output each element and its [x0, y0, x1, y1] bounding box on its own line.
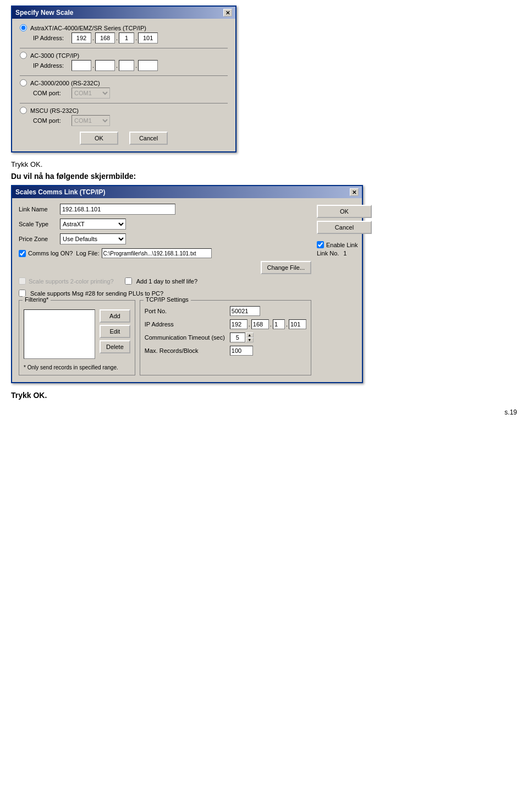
scale-2color-row: Scale supports 2-color printing? — [19, 277, 114, 285]
change-file-button[interactable]: Change File... — [261, 261, 311, 274]
radio-option-3-row: AC-3000/2000 (RS-232C) — [20, 79, 228, 86]
port-no-input[interactable] — [230, 306, 260, 316]
link-name-row: Link Name — [19, 204, 311, 215]
right-info: Enable Link Link No. 1 — [317, 241, 372, 257]
radio-option-1-row: AstraXT/AC-4000/EMZ/SR Series (TCP/IP) — [20, 24, 228, 31]
com-port-label-3: COM port: — [33, 90, 72, 96]
ip-dot: . — [249, 321, 250, 328]
timeout-row: Communication Timeout (sec) ▲ ▼ — [145, 333, 306, 342]
close-icon-2[interactable]: ✕ — [350, 188, 359, 196]
price-zone-select[interactable]: Use Defaults — [60, 233, 126, 244]
option3-com-row: COM port: COM1 — [33, 88, 228, 99]
ok-button-2[interactable]: OK — [317, 205, 372, 218]
timeout-label: Communication Timeout (sec) — [145, 334, 230, 341]
max-records-input[interactable] — [230, 346, 253, 356]
radio-option-3-label: AC-3000/2000 (RS-232C) — [30, 80, 100, 86]
price-zone-label: Price Zone — [19, 236, 60, 242]
radio-option-2[interactable] — [20, 52, 27, 59]
radio-option-2-label: AC-3000 (TCP/IP) — [30, 52, 79, 59]
ip-inputs-1: . . . — [72, 32, 158, 43]
filtering-inner: Add Edit Delete — [24, 309, 130, 362]
spin-up-button[interactable]: ▲ — [246, 333, 254, 337]
scales-comms-link-dialog: Scales Comms Link (TCP/IP) ✕ Link Name S… — [11, 185, 363, 383]
ok-button[interactable]: OK — [80, 132, 118, 145]
add-button[interactable]: Add — [100, 309, 130, 323]
filter-note: * Only send records in specified range. — [24, 364, 130, 370]
tcp-title: TCP/IP Settings — [144, 296, 191, 303]
radio-group-4: MSCU (RS-232C) COM port: COM1 — [20, 107, 228, 126]
link-no-label: Link No. — [317, 250, 339, 257]
dialog2-body: Link Name Scale Type AstraXT Price Zone … — [12, 198, 362, 382]
dialog-body: AstraXT/AC-4000/EMZ/SR Series (TCP/IP) I… — [12, 19, 235, 151]
dialog-title: Specify New Scale — [15, 9, 73, 17]
radio-option-1[interactable] — [20, 24, 27, 31]
scale-type-label: Scale Type — [19, 221, 60, 227]
price-zone-row: Price Zone Use Defaults — [19, 233, 311, 244]
log-file-input[interactable] — [102, 248, 212, 258]
com-port-select-3: COM1 — [72, 88, 110, 99]
ip2-octet3 — [119, 60, 134, 71]
ip-dot: . — [116, 62, 118, 69]
ip2-octet4 — [138, 60, 158, 71]
ip1-octet4[interactable] — [138, 32, 158, 43]
ip-address-label-2: IP Address: — [33, 62, 72, 69]
add-day-label: Add 1 day to shelf life? — [136, 278, 197, 285]
ip-dot: . — [92, 35, 94, 41]
tcp-ip-octet3[interactable] — [273, 319, 285, 329]
tcp-ip-octet4[interactable] — [289, 319, 306, 329]
add-day-checkbox[interactable] — [125, 277, 132, 285]
comms-log-checkbox[interactable] — [19, 250, 26, 257]
link-name-input[interactable] — [60, 204, 175, 215]
ip1-octet1[interactable] — [72, 32, 91, 43]
ip1-octet3[interactable] — [119, 32, 134, 43]
ip-dot: . — [92, 62, 94, 69]
log-file-label: Log File: — [76, 250, 99, 257]
dialog2-left-panel: Link Name Scale Type AstraXT Price Zone … — [19, 204, 311, 375]
delete-button[interactable]: Delete — [100, 340, 130, 353]
dialog2-right-panel: OK Cancel Enable Link Link No. 1 — [317, 204, 372, 375]
tcp-ip-octet2[interactable] — [251, 319, 269, 329]
dialog-buttons: OK Cancel — [20, 132, 228, 145]
cancel-button-2[interactable]: Cancel — [317, 221, 372, 234]
radio-option-4-row: MSCU (RS-232C) — [20, 107, 228, 114]
comms-log-row: Comms log ON? Log File: — [19, 248, 311, 258]
page-number: s.19 — [11, 408, 517, 416]
radio-option-4[interactable] — [20, 107, 27, 114]
edit-button[interactable]: Edit — [100, 325, 130, 338]
checkboxes-row-1: Scale supports 2-color printing? Add 1 d… — [19, 277, 311, 287]
change-file-row: Change File... — [19, 261, 311, 274]
option1-ip-row: IP Address: . . . — [33, 32, 228, 43]
following-screen-text: Du vil nå ha følgende skjermbilde: — [11, 172, 517, 181]
enable-link-label: Enable Link — [326, 242, 358, 248]
radio-option-2-row: AC-3000 (TCP/IP) — [20, 52, 228, 59]
port-no-label: Port No. — [145, 308, 230, 314]
port-no-row: Port No. — [145, 306, 306, 316]
radio-option-3[interactable] — [20, 79, 27, 86]
ip-dot: . — [286, 321, 288, 328]
sections-row: Filtering* Add Edit Delete * Only send r… — [19, 300, 311, 375]
tcp-ip-octet1[interactable] — [230, 319, 248, 329]
tcp-ip-row: IP Address . . . — [145, 319, 306, 329]
ip1-octet2[interactable] — [95, 32, 115, 43]
timeout-input[interactable] — [230, 333, 245, 342]
tcp-ip-inputs: . . . — [230, 319, 306, 329]
link-no-value: 1 — [343, 250, 346, 257]
radio-option-4-label: MSCU (RS-232C) — [30, 107, 79, 114]
max-records-label: Max. Records/Block — [145, 347, 230, 354]
filtering-list[interactable] — [24, 309, 95, 359]
ip-dot: . — [270, 321, 272, 328]
ip-dot: . — [135, 62, 137, 69]
cancel-button[interactable]: Cancel — [129, 132, 168, 145]
ip2-octet1 — [72, 60, 91, 71]
filtering-section: Filtering* Add Edit Delete * Only send r… — [19, 300, 135, 375]
ip-inputs-2: . . . — [72, 60, 158, 71]
option2-ip-row: IP Address: . . . — [33, 60, 228, 71]
ip-address-label-1: IP Address: — [33, 35, 72, 41]
enable-link-checkbox[interactable] — [317, 241, 324, 248]
close-icon[interactable]: ✕ — [223, 9, 232, 17]
dialog2-title: Scales Comms Link (TCP/IP) — [15, 188, 105, 196]
spin-down-button[interactable]: ▼ — [246, 337, 254, 342]
scale-type-select[interactable]: AstraXT — [60, 219, 126, 230]
ip2-octet2 — [95, 60, 115, 71]
timeout-spinbox: ▲ ▼ — [230, 333, 254, 342]
